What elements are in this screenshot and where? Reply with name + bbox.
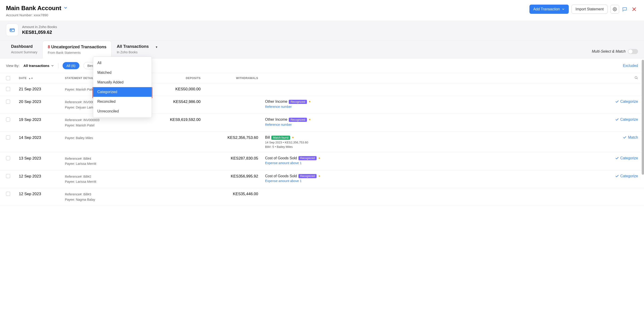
dropdown-item-unreconciled[interactable]: Unreconciled — [93, 106, 152, 116]
status-title: Other Income — [265, 99, 287, 103]
status-link[interactable]: Expense amount above 1 — [265, 161, 606, 165]
chevron-down-icon — [562, 7, 565, 11]
chevron-down-icon — [51, 64, 54, 67]
row-status: Cost of Goods SoldRecognized✦Expense amo… — [265, 156, 606, 165]
row-withdrawals: KES356,995.92 — [208, 174, 265, 179]
status-extra: Bill#: 5 • Bailey Miles — [265, 145, 606, 149]
row-action: Categorize — [606, 117, 638, 122]
dropdown-item-manually-added[interactable]: Manually Added — [93, 77, 152, 87]
view-by-dropdown[interactable]: All transactions — [24, 64, 54, 68]
close-button[interactable] — [630, 5, 638, 13]
view-by-value: All transactions — [24, 64, 50, 68]
col-withdrawals[interactable]: WITHDRAWALS — [208, 76, 265, 80]
check-icon — [615, 118, 619, 121]
row-checkbox[interactable] — [6, 156, 10, 160]
row-withdrawals: KES287,830.05 — [208, 156, 265, 161]
multi-select-label: Multi-Select & Match — [592, 49, 626, 53]
status-link[interactable]: Reference number — [265, 123, 606, 126]
action-label: Categorize — [620, 156, 638, 160]
row-details: Reference#: Bill#3Payee: Nagma Balay — [65, 192, 148, 202]
col-date-label: DATE — [19, 76, 27, 80]
row-status: Other IncomeRecognized✦Reference number — [265, 99, 606, 108]
action-label: Categorize — [620, 117, 638, 122]
scrollbar[interactable] — [642, 60, 644, 175]
row-date: 20 Sep 2023 — [19, 99, 65, 104]
dropdown-item-categorized[interactable]: Categorized — [93, 87, 152, 97]
row-status: Other IncomeRecognized✦Reference number — [265, 117, 606, 126]
tab-dashboard[interactable]: Dashboard Account Summary — [6, 40, 42, 58]
bank-icon — [6, 24, 18, 36]
account-title[interactable]: Main Bank Account — [6, 4, 61, 12]
status-badge: Recognized — [298, 156, 316, 160]
table-row[interactable]: 12 Sep 2023Reference#: Bill#2Payee: Lari… — [0, 170, 644, 188]
col-deposits[interactable]: DEPOSITS — [148, 76, 208, 80]
row-status: Cost of Goods SoldRecognized✦Expense amo… — [265, 174, 606, 183]
row-action: Categorize — [606, 156, 638, 161]
row-date: 19 Sep 2023 — [19, 117, 65, 122]
svg-point-0 — [614, 9, 616, 10]
categorize-button[interactable]: Categorize — [615, 156, 638, 160]
row-action: Categorize — [606, 99, 638, 104]
status-badge: Recognized — [298, 174, 316, 178]
row-withdrawals: KES35,446.00 — [208, 192, 265, 196]
gear-icon — [613, 7, 617, 11]
status-link[interactable]: Reference number — [265, 105, 606, 108]
account-subtitle: Account Number: xxxx7890 — [6, 13, 68, 17]
check-icon — [623, 136, 626, 139]
add-transaction-button[interactable]: Add Transaction — [530, 4, 569, 14]
chat-button[interactable] — [622, 6, 628, 12]
col-date[interactable]: DATE ▲▼ — [19, 76, 65, 80]
status-extra: 14 Sep 2023 • KES2,356,753.60 — [265, 141, 606, 144]
row-action: Match — [606, 135, 638, 140]
row-deposits: KES9,619,592.00 — [148, 117, 208, 122]
toggle-knob — [628, 49, 632, 53]
row-checkbox[interactable] — [6, 192, 10, 196]
row-checkbox[interactable] — [6, 87, 10, 91]
import-statement-button[interactable]: Import Statement — [572, 4, 608, 14]
chevron-down-icon[interactable] — [64, 6, 68, 11]
action-label: Categorize — [620, 99, 638, 104]
status-badge: Match found — [271, 136, 290, 140]
tab-all-transactions[interactable]: All Transactions In Zoho Books — [112, 40, 154, 58]
tab-uncategorized[interactable]: 8 Uncategorized Transactions From Bank S… — [42, 41, 112, 58]
sparkle-icon: ✦ — [318, 174, 321, 178]
row-details: Reference#: INV000003Payee: Manish Patel — [65, 117, 148, 128]
table-row[interactable]: 14 Sep 2023Payee: Bailey MilesKES2,356,7… — [0, 132, 644, 152]
filter-pill-all[interactable]: All (6) — [62, 62, 80, 69]
status-link[interactable]: Expense amount above 1 — [265, 179, 606, 183]
select-all-checkbox[interactable] — [6, 76, 10, 80]
close-icon — [632, 7, 637, 12]
action-label: Match — [628, 135, 638, 140]
categorize-button[interactable]: Categorize — [615, 117, 638, 122]
table-row[interactable]: 12 Sep 2023Reference#: Bill#3Payee: Nagm… — [0, 188, 644, 206]
view-by-label: View By: — [6, 64, 19, 68]
tabs-more-caret[interactable]: ▼ — [154, 44, 160, 50]
status-title: Bill — [265, 135, 270, 139]
tab-dashboard-title: Dashboard — [11, 44, 37, 49]
excluded-link[interactable]: Excluded — [623, 64, 638, 68]
row-action: Categorize — [606, 174, 638, 179]
sparkle-icon: ✦ — [292, 136, 294, 139]
sort-icon: ▲▼ — [28, 77, 33, 79]
sparkle-icon: ✦ — [308, 118, 311, 121]
sparkle-icon: ✦ — [318, 156, 321, 160]
row-checkbox[interactable] — [6, 99, 10, 104]
svg-line-7 — [637, 78, 638, 79]
tab-uncategorized-sub: From Bank Statements — [48, 51, 106, 54]
dropdown-item-all[interactable]: All — [93, 58, 152, 68]
dropdown-item-matched[interactable]: Matched — [93, 68, 152, 77]
multi-select-toggle[interactable] — [628, 49, 638, 54]
table-row[interactable]: 13 Sep 2023Reference#: Bill#4Payee: Lari… — [0, 152, 644, 170]
row-checkbox[interactable] — [6, 135, 10, 140]
row-checkbox[interactable] — [6, 117, 10, 122]
categorize-button[interactable]: Categorize — [615, 99, 638, 104]
categorize-button[interactable]: Categorize — [615, 174, 638, 178]
row-date: 12 Sep 2023 — [19, 192, 65, 196]
dropdown-item-reconciled[interactable]: Reconciled — [93, 97, 152, 106]
settings-button[interactable] — [610, 5, 619, 13]
row-date: 14 Sep 2023 — [19, 135, 65, 140]
match-button[interactable]: Match — [623, 135, 638, 140]
row-checkbox[interactable] — [6, 174, 10, 178]
row-details: Payee: Bailey Miles — [65, 135, 148, 140]
search-button[interactable] — [634, 77, 638, 80]
